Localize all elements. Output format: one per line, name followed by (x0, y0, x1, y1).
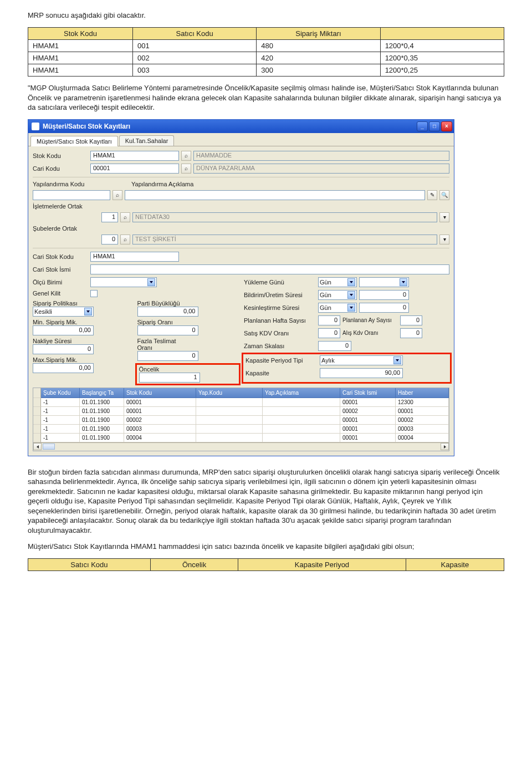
cari-kodu-input[interactable]: 00001 (90, 164, 179, 174)
bildirim-unit-select[interactable]: Gün (318, 290, 357, 300)
yukleme-unit-select[interactable]: Gün (318, 277, 357, 287)
table-row[interactable]: -101.01.1900000010000112300 (33, 398, 449, 407)
th (380, 28, 504, 40)
cari-stok-ismi-label: Cari Stok İsmi (33, 266, 88, 273)
kesin-val-input[interactable]: 0 (359, 303, 409, 313)
th: Sipariş Miktarı (257, 28, 380, 40)
fazla-teslimat-label: Fazla Teslimat Oranı (137, 338, 193, 351)
gh[interactable]: Stok Kodu (124, 388, 196, 398)
cari-stok-ismi-input[interactable] (90, 264, 449, 274)
param-table: Stok Kodu Satıcı Kodu Sipariş Miktarı HM… (28, 27, 504, 77)
yukleme-label: Yükleme Günü (244, 279, 316, 286)
sip-pol-label: Sipariş Politikası (33, 300, 88, 307)
plan-ay-label: Planlanan Ay Sayısı (342, 317, 398, 323)
yap-acik-input[interactable] (125, 190, 425, 200)
paragraph-2: Bir stoğun birden fazla satıcıdan alınma… (28, 467, 504, 536)
kapasite-periyod-label: Kapasite Periyod Tipi (245, 357, 318, 364)
scrollbar[interactable] (33, 442, 449, 451)
th: Stok Kodu (28, 28, 133, 40)
yap-kodu-label: Yapılandırma Kodu (33, 181, 94, 187)
gh[interactable]: Cari Stok Ismi (340, 388, 396, 398)
lookup-icon[interactable]: ⌕ (181, 151, 191, 161)
scroll-thumb[interactable] (43, 444, 55, 450)
chevron-down-icon[interactable]: ▾ (439, 235, 449, 244)
lookup-icon[interactable]: ⌕ (120, 212, 130, 222)
sip-orani-input[interactable]: 0 (137, 325, 198, 335)
scroll-left-icon[interactable] (33, 443, 42, 450)
th: Öncelik (150, 559, 238, 571)
gh[interactable]: Yap.Kodu (196, 388, 263, 398)
olcu-select[interactable] (90, 277, 157, 287)
lookup-icon[interactable]: ⌕ (120, 235, 130, 244)
table-row: HMAM1 003 300 1200*0,25 (28, 64, 504, 77)
min-sip-label: Min. Sipariş Mik. (33, 319, 88, 325)
gh[interactable]: Şube Kodu (41, 388, 80, 398)
plan-ay-input[interactable]: 0 (400, 315, 422, 325)
sub-ortak-val[interactable]: 0 (101, 235, 118, 244)
sub-ortak-name: TEST ŞİRKETİ (132, 235, 437, 244)
cari-stok-kodu-input[interactable]: HMAM1 (90, 252, 179, 262)
genel-kilit-label: Genel Kilit (33, 290, 88, 297)
table-row: HMAM1 002 420 1200*0,35 (28, 52, 504, 64)
th: Satıcı Kodu (132, 28, 256, 40)
max-sip-input[interactable]: 0,00 (33, 363, 94, 373)
kapasite-input[interactable]: 90,00 (320, 368, 403, 378)
close-button[interactable]: × (441, 121, 452, 131)
kesin-unit-select[interactable]: Gün (318, 303, 357, 313)
minimize-button[interactable]: _ (417, 121, 428, 131)
alis-kdv-input[interactable]: 0 (400, 328, 422, 338)
stok-kodu-input[interactable]: HMAM1 (90, 151, 179, 161)
isl-ortak-label: İşletmelerde Ortak (33, 203, 94, 210)
yukleme-val-select[interactable] (359, 277, 409, 287)
satis-kdv-input[interactable]: 0 (318, 328, 340, 338)
scroll-right-icon[interactable] (441, 443, 449, 450)
bildirim-val-input[interactable]: 0 (359, 290, 409, 300)
nakliye-input[interactable]: 0 (33, 344, 94, 354)
tabs: Müşteri/Satıcı Stok Kayıtları Kul.Tan.Sa… (28, 133, 454, 146)
alis-kdv-label: Alış Kdv Oranı (342, 330, 398, 336)
th: Kapasite Periyod (238, 559, 406, 571)
search-icon[interactable]: 🔍 (439, 190, 449, 200)
tab-sahalar[interactable]: Kul.Tan.Sahalar (119, 135, 175, 146)
yap-acik-label: Yapılandırma Açıklama (131, 181, 193, 187)
gh[interactable]: Yap.Açıklama (263, 388, 340, 398)
olcu-label: Ölçü Birimi (33, 279, 88, 286)
table-row[interactable]: -101.01.1900000010000200001 (33, 407, 449, 416)
paragraph-3: Müşteri/Satıcı Stok Kayıtlarında HMAM1 h… (28, 542, 504, 552)
sip-orani-label: Sipariş Oranı (137, 319, 193, 325)
parti-input[interactable]: 0,00 (137, 307, 198, 317)
gh[interactable]: Başlangıç Ta (80, 388, 124, 398)
table-row[interactable]: -101.01.1900000020000100002 (33, 416, 449, 425)
min-sip-input[interactable]: 0,00 (33, 325, 94, 335)
oncelik-input[interactable]: 1 (139, 373, 200, 383)
fazla-teslimat-input[interactable]: 0 (137, 351, 198, 361)
zaman-skala-label: Zaman Skalası (244, 343, 316, 349)
sip-pol-select[interactable]: Kesikli (33, 307, 94, 317)
zaman-skala-input[interactable]: 0 (318, 341, 351, 351)
tab-main[interactable]: Müşteri/Satıcı Stok Kayıtları (30, 136, 118, 146)
stok-kodu-label: Stok Kodu (33, 152, 88, 159)
bildirim-label: Bildirim/Üretim Süresi (244, 292, 316, 298)
yap-kodu-input[interactable] (33, 190, 110, 200)
plan-hafta-label: Planlanan Hafta Sayısı (244, 317, 316, 324)
chevron-down-icon[interactable]: ▾ (439, 212, 449, 222)
lookup-icon[interactable]: ⌕ (181, 164, 191, 174)
isl-ortak-name: NETDATA30 (132, 212, 437, 222)
table-row[interactable]: -101.01.1900000040000100004 (33, 434, 449, 442)
app-window: Müşteri/Satıcı Stok Kayıtları _ □ × Müşt… (28, 119, 454, 456)
table-row[interactable]: -101.01.1900000030000100003 (33, 425, 449, 434)
tool-icon[interactable]: ✎ (427, 190, 437, 200)
plan-hafta-input[interactable]: 0 (318, 315, 340, 325)
kapasite-periyod-select[interactable]: Aylık (320, 355, 403, 365)
gh[interactable]: Haber (396, 388, 449, 398)
paragraph-1: "MGP Oluşturmada Satıcı Belirleme Yöntem… (28, 83, 504, 113)
lookup-icon[interactable]: ⌕ (112, 190, 122, 200)
isl-ortak-val[interactable]: 1 (101, 212, 118, 222)
cari-ad-display: DÜNYA PAZARLAMA (193, 164, 449, 174)
genel-kilit-checkbox[interactable] (90, 290, 98, 297)
nakliye-label: Nakliye Süresi (33, 338, 88, 344)
maximize-button[interactable]: □ (429, 121, 440, 131)
table-row: HMAM1 001 480 1200*0,4 (28, 40, 504, 52)
satis-kdv-label: Satış KDV Oranı (244, 330, 316, 337)
titlebar[interactable]: Müşteri/Satıcı Stok Kayıtları _ □ × (28, 120, 454, 133)
